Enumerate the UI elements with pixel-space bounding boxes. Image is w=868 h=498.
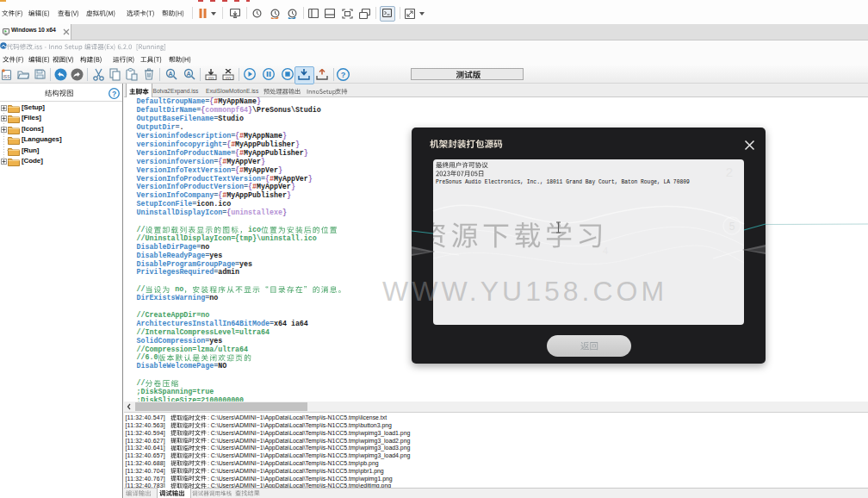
svg-text:A: A — [168, 71, 172, 77]
svg-text:vvv: vvv — [226, 76, 232, 80]
svg-text:2: 2 — [726, 165, 733, 179]
svg-text:ISS: ISS — [3, 74, 10, 79]
svg-text:5: 5 — [729, 221, 735, 233]
svg-text:vvv: vvv — [208, 76, 215, 80]
svg-text:?: ? — [341, 71, 346, 79]
svg-text:A: A — [186, 71, 190, 77]
svg-text:4: 4 — [603, 246, 608, 256]
svg-text:?: ? — [112, 90, 116, 98]
